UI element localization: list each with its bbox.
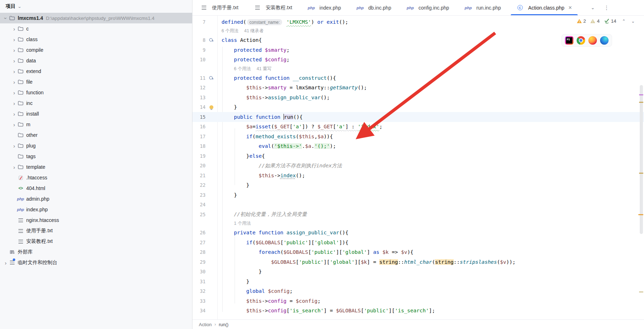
close-tab-icon[interactable]: ✕ <box>568 5 572 10</box>
code-editor[interactable]: 7defined(constant_name: 'LMXCMS') or exi… <box>192 16 644 319</box>
typos-indicator[interactable]: 14 <box>604 18 616 24</box>
code-line-33: 33 $this->config = $config; <box>192 296 644 306</box>
chrome-icon[interactable] <box>577 36 585 45</box>
overridden-method-icon <box>209 38 214 43</box>
weak-warning-icon <box>590 19 595 23</box>
chevron-down-icon[interactable]: ⌄ <box>591 5 595 10</box>
tree-item-compile[interactable]: compile <box>0 45 192 55</box>
inlay-hint[interactable]: 6 个用法 <box>222 28 239 34</box>
warnings-count: 2 <box>583 18 586 24</box>
chevron-collapsed-icon[interactable] <box>11 90 17 95</box>
tree-item-class[interactable]: class <box>0 34 192 45</box>
tree-item-admin.php[interactable]: phpadmin.php <box>0 194 192 204</box>
project-panel-header[interactable]: 项目 ⌄ <box>0 0 192 13</box>
project-tool-window: 项目 ⌄ lmxcms1.4D:\appdata\hacker\phpstudy… <box>0 0 192 329</box>
chevron-collapsed-icon[interactable] <box>11 48 17 53</box>
tree-item-extend[interactable]: extend <box>0 66 192 77</box>
chevron-collapsed-icon[interactable] <box>11 79 17 85</box>
tree-item-template[interactable]: template <box>0 162 192 172</box>
tree-item-外部库[interactable]: 外部库 <box>0 247 192 257</box>
kebab-menu-icon[interactable]: ⋮ <box>604 5 609 11</box>
inlay-hint[interactable]: 6 个用法 <box>234 66 251 72</box>
chevron-collapsed-icon[interactable] <box>11 69 17 74</box>
inlay-hint[interactable]: 1 个用法 <box>234 221 251 227</box>
tree-item-label: extend <box>26 68 41 74</box>
tree-item-m[interactable]: m <box>0 119 192 130</box>
phpstorm-icon[interactable]: PS <box>565 36 573 45</box>
tree-item-nginx.htaccess[interactable]: nginx.htaccess <box>0 215 192 225</box>
gutter-icon-slot <box>206 228 217 238</box>
tree-item-label: function <box>26 90 44 95</box>
tree-item-data[interactable]: data <box>0 55 192 66</box>
editor-tab-run.inc.php[interactable]: phprun.inc.php <box>457 0 509 15</box>
tree-item-label: 404.html <box>26 185 45 191</box>
chevron-collapsed-icon[interactable] <box>11 122 17 127</box>
tree-item-404.html[interactable]: <>404.html <box>0 183 192 194</box>
editor-tab-db.inc.php[interactable]: phpdb.inc.php <box>349 0 399 15</box>
project-root-name: lmxcms1.4 <box>18 15 43 21</box>
inlay-hint[interactable]: 41 继承者 <box>244 28 264 34</box>
code-line-10: 10 protected $config; <box>192 55 644 65</box>
previous-problem-button[interactable]: ⌃ <box>622 19 626 24</box>
chevron-collapsed-icon[interactable] <box>11 58 17 63</box>
chevron-collapsed-icon[interactable] <box>11 143 17 149</box>
tree-item-c[interactable]: c <box>0 23 192 34</box>
tree-item-label: install <box>26 111 39 117</box>
gutter-icon-slot[interactable] <box>206 35 217 45</box>
chevron-collapsed-icon[interactable] <box>11 37 17 42</box>
tree-item-file[interactable]: file <box>0 77 192 87</box>
chevron-collapsed-icon[interactable] <box>11 26 17 32</box>
tree-item-临时文件和控制台[interactable]: 临时文件和控制台 <box>0 257 192 268</box>
tree-item-tags[interactable]: tags <box>0 151 192 162</box>
code-line-15: 15 public function run(){ <box>192 112 644 122</box>
edge-icon[interactable] <box>600 36 609 45</box>
breadcrumb-item[interactable]: run() <box>219 322 228 327</box>
editor-tab-index.php[interactable]: phpindex.php <box>300 0 349 15</box>
tree-item-label: file <box>26 79 33 85</box>
chevron-down-icon[interactable]: ⌄ <box>17 5 22 9</box>
tree-item-project-root[interactable]: lmxcms1.4D:\appdata\hacker\phpstudy_pro\… <box>0 13 192 23</box>
tree-item-安装教程.txt[interactable]: 安装教程.txt <box>0 236 192 247</box>
tree-item-plug[interactable]: plug <box>0 140 192 151</box>
chevron-collapsed-icon[interactable] <box>11 164 17 170</box>
editor-tab-使用手册.txt[interactable]: 使用手册.txt <box>192 0 246 15</box>
editor-tab-Action.class.php[interactable]: CAction.class.php✕ <box>509 0 580 15</box>
intention-bulb-icon[interactable] <box>209 105 213 109</box>
gutter-icon-slot <box>206 277 217 286</box>
editor-tab-config.inc.php[interactable]: phpconfig.inc.php <box>399 0 457 15</box>
chevron-collapsed-icon[interactable] <box>11 101 17 106</box>
code-text: } <box>217 269 262 274</box>
next-problem-button[interactable]: ⌄ <box>631 19 635 24</box>
inlay-hint[interactable]: 41 重写 <box>257 66 271 72</box>
tree-item-install[interactable]: install <box>0 108 192 119</box>
warnings-indicator[interactable]: 2 <box>577 18 586 24</box>
firefox-icon[interactable] <box>588 36 597 45</box>
tree-item-label: inc <box>26 100 33 106</box>
code-text: $GLOBALS['public']['global'][$k] = strin… <box>217 259 515 265</box>
project-panel-title: 项目 <box>6 3 16 10</box>
tree-item-other[interactable]: other <box>0 130 192 140</box>
code-lines: 7defined(constant_name: 'LMXCMS') or exi… <box>192 17 644 316</box>
code-text: } <box>217 104 237 110</box>
chevron-expanded-icon[interactable] <box>3 16 9 21</box>
gutter <box>206 27 217 35</box>
line-number: 19 <box>192 153 206 159</box>
gutter-icon-slot <box>206 190 217 200</box>
breadcrumb-item[interactable]: Action <box>199 322 212 327</box>
tree-item-function[interactable]: function <box>0 87 192 98</box>
chevron-collapsed-icon[interactable] <box>11 111 17 117</box>
code-line-16: 16 $a=isset($_GET['a']) ? $_GET['a'] : '… <box>192 122 644 132</box>
line-number: 13 <box>192 95 206 100</box>
tree-item-index.php[interactable]: phpindex.php <box>0 204 192 215</box>
code-line-14: 14 } <box>192 102 644 112</box>
tree-item-.htaccess[interactable]: .htaccess <box>0 172 192 183</box>
editor-scrollbar[interactable] <box>638 16 644 319</box>
gutter-icon-slot[interactable] <box>206 102 217 112</box>
scrollbar-thumb[interactable] <box>640 85 643 234</box>
tree-item-inc[interactable]: inc <box>0 98 192 108</box>
chevron-collapsed-icon[interactable] <box>3 260 9 266</box>
weak-warnings-indicator[interactable]: 4 <box>590 18 600 24</box>
tree-item-使用手册.txt[interactable]: 使用手册.txt <box>0 225 192 236</box>
gutter-icon-slot[interactable] <box>206 73 217 83</box>
editor-tab-安装教程.txt[interactable]: 安装教程.txt <box>246 0 300 15</box>
